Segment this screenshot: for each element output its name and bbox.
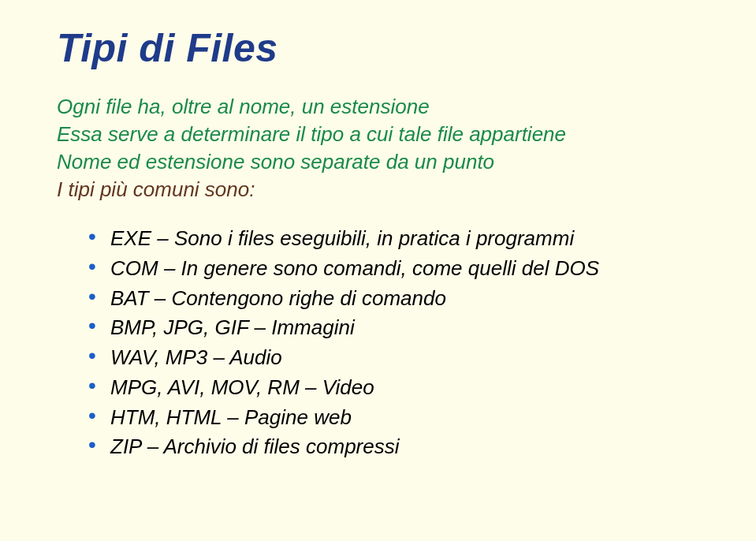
file-types-list: EXE – Sono i files eseguibili, in pratic… <box>57 224 709 462</box>
intro-block: Ogni file ha, oltre al nome, un estensio… <box>57 93 709 203</box>
intro-line-3: Nome ed estensione sono separate da un p… <box>57 148 709 176</box>
list-item: WAV, MP3 – Audio <box>88 343 709 373</box>
intro-line-2: Essa serve a determinare il tipo a cui t… <box>57 121 709 148</box>
list-item: BMP, JPG, GIF – Immagini <box>88 313 709 343</box>
list-item: BAT – Contengono righe di comando <box>88 284 709 314</box>
slide-title: Tipi di Files <box>57 25 709 71</box>
intro-line-4: I tipi più comuni sono: <box>57 176 709 203</box>
list-item: ZIP – Archivio di files compressi <box>88 432 709 462</box>
list-item: MPG, AVI, MOV, RM – Video <box>88 373 709 403</box>
list-item: EXE – Sono i files eseguibili, in pratic… <box>88 224 709 254</box>
intro-line-1: Ogni file ha, oltre al nome, un estensio… <box>57 93 709 121</box>
list-item: HTM, HTML – Pagine web <box>88 403 709 433</box>
list-item: COM – In genere sono comandi, come quell… <box>88 254 709 284</box>
